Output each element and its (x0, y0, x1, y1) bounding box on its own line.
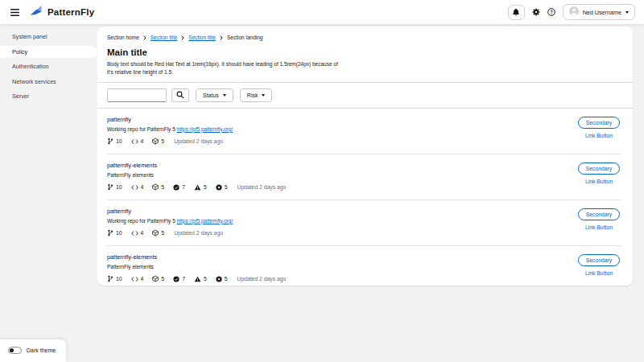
link-button[interactable]: Link Button (585, 179, 613, 184)
sidebar-item-label: Policy (12, 48, 27, 56)
metric-branches: 10 (107, 275, 122, 282)
list-item-actions: Secondary Link Button (576, 162, 621, 191)
user-name: Ned Username (583, 9, 621, 16)
secondary-button[interactable]: Secondary (578, 254, 621, 266)
list-item-content: patternfly-elements PatternFly elements … (107, 162, 286, 191)
theme-switcher: Dark theme (0, 339, 66, 362)
code-branch-icon (107, 275, 114, 282)
metric-value: 10 (116, 230, 122, 236)
times-circle-icon (216, 184, 222, 191)
list-item: patternfly-elements PatternFly elements … (107, 154, 621, 200)
cube-icon (152, 229, 159, 237)
sidebar-item-system-panel[interactable]: System panel (0, 31, 97, 43)
sidebar-item-server[interactable]: Server (0, 90, 97, 102)
warning-triangle-icon (194, 276, 201, 282)
check-circle-icon (173, 184, 180, 191)
updated-text: Updated 2 days ago (237, 276, 286, 282)
code-branch-icon (107, 183, 114, 191)
metric-value: 5 (225, 184, 228, 190)
cube-icon (152, 275, 159, 282)
updated-text: Updated 2 days ago (174, 138, 223, 144)
code-branch-icon (107, 138, 114, 145)
nav-toggle-hamburger-icon[interactable] (9, 6, 20, 18)
search-icon (176, 89, 184, 101)
secondary-button[interactable]: Secondary (578, 208, 621, 220)
code-icon (131, 184, 138, 191)
repo-metrics: 10 4 5 Updated 2 days ago (107, 229, 233, 237)
chevron-down-icon (223, 94, 226, 97)
metric-packages: 5 (152, 275, 164, 282)
chevron-right-icon (181, 35, 184, 40)
brand-title: PatternFly (47, 7, 94, 17)
user-menu-button[interactable]: Ned Username (563, 4, 635, 20)
sidebar-item-label: Network services (12, 78, 56, 85)
risk-filter-dropdown[interactable]: Risk (240, 88, 273, 102)
check-circle-icon (173, 276, 180, 282)
repo-description: PatternFly elements (107, 172, 286, 178)
repo-title: patternfly-elements (107, 162, 286, 169)
metric-packages: 5 (152, 229, 164, 237)
metric-branches: 10 (107, 183, 122, 191)
metric-value: 7 (182, 184, 185, 190)
breadcrumb-link[interactable]: Section title (188, 35, 216, 40)
chevron-right-icon (220, 35, 223, 40)
repo-metrics: 10 4 5 7 5 5 Updated 2 days ago (107, 183, 286, 191)
breadcrumb: Section home Section title Section title… (107, 33, 621, 40)
code-icon (131, 138, 138, 145)
metric-failed: 5 (216, 184, 228, 191)
repo-description: Working repo for PatternFly 5 https://pf… (107, 218, 233, 224)
masthead-toolbar: ? Ned Username (508, 4, 635, 20)
metric-value: 7 (182, 276, 185, 282)
breadcrumb-link[interactable]: Section title (151, 35, 178, 40)
sidebar-item-network-services[interactable]: Network services (0, 76, 97, 88)
dark-theme-toggle[interactable] (8, 347, 22, 354)
chevron-down-icon (262, 94, 265, 97)
metric-value: 5 (161, 138, 164, 144)
notifications-button[interactable] (508, 5, 525, 20)
list-item: patternfly-elements PatternFly elements … (107, 246, 621, 286)
status-filter-label: Status (203, 93, 219, 98)
svg-text:?: ? (550, 10, 553, 14)
metric-code: 4 (131, 276, 144, 282)
bell-icon (512, 6, 520, 19)
repo-description-text: PatternFly elements (107, 264, 154, 269)
breadcrumb-item[interactable]: Section home (107, 35, 139, 40)
risk-filter-label: Risk (247, 93, 258, 98)
list-item: patternfly Working repo for PatternFly 5… (107, 109, 621, 154)
metric-packages: 5 (152, 183, 164, 191)
toolbar: Status Risk (107, 83, 621, 108)
metric-value: 10 (116, 184, 122, 190)
help-button[interactable]: ? (547, 6, 555, 19)
repo-title: patternfly (107, 116, 233, 123)
cube-icon (152, 138, 159, 145)
metric-value: 4 (141, 184, 144, 190)
chevron-right-icon (143, 35, 147, 40)
repo-link[interactable]: https://pf5.patternfly.org/ (177, 126, 233, 132)
content-card: Section home Section title Section title… (97, 27, 633, 286)
repo-description-text: PatternFly elements (107, 172, 154, 178)
settings-button[interactable] (532, 6, 540, 19)
link-button[interactable]: Link Button (585, 224, 613, 230)
search-button[interactable] (171, 88, 189, 102)
sidebar-item-label: Server (12, 93, 29, 100)
metric-branches: 10 (107, 229, 122, 237)
metric-branches: 10 (107, 138, 122, 145)
code-branch-icon (107, 229, 114, 237)
link-button[interactable]: Link Button (585, 270, 613, 276)
sidebar-item-label: Authentication (12, 63, 49, 70)
code-icon (131, 230, 138, 237)
secondary-button[interactable]: Secondary (578, 117, 621, 129)
list-item: patternfly Working repo for PatternFly 5… (107, 200, 621, 246)
search-input[interactable] (107, 88, 167, 102)
repo-link[interactable]: https://pf5.patternfly.org/ (177, 218, 233, 224)
list-item-content: patternfly-elements PatternFly elements … (107, 253, 286, 282)
link-button[interactable]: Link Button (585, 133, 613, 138)
sidebar-item-policy[interactable]: Policy (0, 46, 97, 58)
code-icon (131, 276, 138, 282)
list-item-content: patternfly Working repo for PatternFly 5… (107, 116, 233, 145)
secondary-button[interactable]: Secondary (578, 162, 621, 175)
main-area: Section home Section title Section title… (97, 24, 644, 362)
status-filter-dropdown[interactable]: Status (196, 88, 233, 102)
sidebar-item-authentication[interactable]: Authentication (0, 60, 97, 72)
question-circle-icon: ? (547, 6, 555, 19)
